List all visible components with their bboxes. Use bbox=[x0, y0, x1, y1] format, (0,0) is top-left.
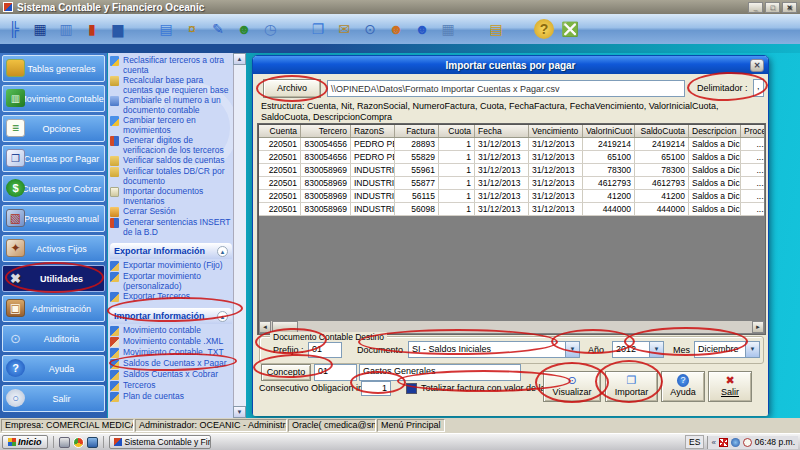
prefijo-field[interactable]: 01 bbox=[308, 342, 342, 358]
tables-icon[interactable]: ▦ bbox=[30, 19, 50, 39]
menu-item[interactable]: Saldos de Cuentas x Pagar bbox=[110, 359, 232, 369]
visualizar-button[interactable]: ⊙ Visualizar bbox=[543, 371, 601, 402]
importar-button[interactable]: ❐ Importar bbox=[605, 371, 658, 402]
close-button[interactable]: ✕ bbox=[782, 2, 797, 13]
taskbar-task-button[interactable]: Sistema Contable y Fina... bbox=[109, 435, 211, 449]
import-grid[interactable]: CuentaTerceroRazonSFacturaCuotaFechaVenc… bbox=[257, 123, 766, 335]
printer-icon[interactable] bbox=[59, 437, 70, 448]
user-green-icon[interactable]: ☻ bbox=[234, 19, 254, 39]
mail-icon[interactable]: ✉ bbox=[334, 19, 354, 39]
delimitador-field[interactable]: , bbox=[753, 79, 764, 97]
sidebar-item[interactable]: $ Cuentas por Cobrar bbox=[2, 175, 105, 202]
file-path-field[interactable]: \\OPINEDA\Datos\Formato Importar Cuentas… bbox=[327, 80, 685, 97]
language-indicator[interactable]: ES bbox=[685, 435, 704, 449]
grid-data-row[interactable]: 220501830054656PEDRO PER55829131/12/2013… bbox=[259, 151, 764, 164]
tree-icon[interactable]: ╠ bbox=[4, 19, 24, 39]
tray-clock-icon[interactable] bbox=[743, 438, 752, 447]
section-header-exportar[interactable]: Exportar Información ▲ bbox=[110, 243, 232, 259]
menu-item[interactable]: Saldos Cuentas x Cobrar bbox=[110, 370, 232, 380]
help-icon[interactable]: ? bbox=[534, 19, 554, 39]
menu-item[interactable]: Verificar saldos de cuentas bbox=[110, 156, 232, 166]
sidebar-item[interactable]: ? Ayuda bbox=[2, 355, 105, 382]
chevron-down-icon[interactable]: ▼ bbox=[649, 342, 663, 357]
scroll-up-icon[interactable]: ▲ bbox=[233, 53, 246, 65]
menu-item[interactable]: Recalcular base para cuentas que requier… bbox=[110, 76, 232, 95]
concepto-button[interactable]: Concepto bbox=[261, 364, 311, 381]
calendar-icon[interactable]: ▦ bbox=[438, 19, 458, 39]
menu-item[interactable]: Importar documentos Inventarios bbox=[110, 187, 232, 206]
sidebar-item[interactable]: ▥ Movimiento Contable bbox=[2, 85, 105, 112]
tray-network-icon[interactable] bbox=[731, 438, 740, 447]
user-orange-icon[interactable]: ☻ bbox=[386, 19, 406, 39]
menu-item[interactable]: Exportar Terceros bbox=[110, 292, 232, 302]
menu-item[interactable]: Plan de cuentas bbox=[110, 392, 232, 402]
maximize-button[interactable]: □ bbox=[765, 2, 780, 13]
menu-item[interactable]: Cambiar tercero en movimientos bbox=[110, 116, 232, 135]
archivo-button[interactable]: Archivo bbox=[263, 79, 321, 98]
dialog-close-button[interactable]: ✕ bbox=[750, 59, 764, 72]
menu-item[interactable]: Cambiarle el numero a un documento conta… bbox=[110, 96, 232, 115]
doc-clock-icon[interactable]: ◷ bbox=[260, 19, 280, 39]
copy-doc-icon[interactable]: ❐ bbox=[308, 19, 328, 39]
task-pane-scrollbar[interactable]: ▲ ▼ bbox=[233, 53, 246, 418]
totalizar-checkbox[interactable] bbox=[406, 383, 417, 394]
menu-item[interactable]: Reclasificar terceros a otra cuenta bbox=[110, 56, 232, 75]
notebook-icon[interactable]: ▤ bbox=[486, 19, 506, 39]
menu-item[interactable]: Verificar totales DB/CR por documento bbox=[110, 167, 232, 186]
ano-dropdown[interactable]: 2012 ▼ bbox=[612, 341, 664, 358]
ayuda-button[interactable]: ? Ayuda bbox=[661, 371, 705, 402]
doc-search-icon[interactable]: ⊙ bbox=[360, 19, 380, 39]
doc-arrow-icon[interactable]: ▤ bbox=[156, 19, 176, 39]
sidebar-item[interactable]: ✖ Utilidades bbox=[2, 265, 105, 292]
chevron-down-icon[interactable]: ▼ bbox=[745, 342, 759, 357]
sidebar-item[interactable]: ▣ Administración bbox=[2, 295, 105, 322]
exit-door-icon[interactable]: ❎ bbox=[560, 19, 580, 39]
scroll-right-icon[interactable]: ► bbox=[752, 321, 764, 333]
menu-item[interactable]: Exportar movimiento (personalizado) bbox=[110, 272, 232, 291]
grid-data-row[interactable]: 220501830058969INDUSTRIA56115131/12/2013… bbox=[259, 190, 764, 203]
menu-item[interactable]: Movimiento Contable .TXT bbox=[110, 348, 232, 358]
sidebar-item[interactable]: Tablas generales bbox=[2, 55, 105, 82]
menu-item[interactable]: Terceros bbox=[110, 381, 232, 391]
money-icon[interactable]: ¤ bbox=[182, 19, 202, 39]
grid-data-row[interactable]: 220501830058969INDUSTRIA55877131/12/2013… bbox=[259, 177, 764, 190]
menu-item[interactable]: Movimiento contable bbox=[110, 326, 232, 336]
sidebar-item[interactable]: ✦ Activos Fijos bbox=[2, 235, 105, 262]
tray-chevron-icon[interactable]: « bbox=[711, 438, 715, 447]
menu-item[interactable]: Exportar movimiento (Fijo) bbox=[110, 261, 232, 271]
grid-data-row[interactable]: 220501830054656PEDRO PER28893131/12/2013… bbox=[259, 138, 764, 151]
grid-data-row[interactable]: 220501830058969INDUSTRIA56098131/12/2013… bbox=[259, 203, 764, 216]
chevron-up-icon[interactable]: ▲ bbox=[217, 246, 228, 257]
tray-app-icon[interactable] bbox=[719, 438, 728, 447]
show-desktop-icon[interactable] bbox=[87, 437, 98, 448]
sidebar-item[interactable]: ⊙ Auditoria bbox=[2, 325, 105, 352]
concepto-code-field[interactable]: 01 bbox=[314, 364, 357, 381]
mes-dropdown[interactable]: Diciembre ▼ bbox=[694, 341, 760, 358]
concepto-desc-field[interactable]: Gastos Generales bbox=[359, 364, 521, 381]
chrome-icon[interactable] bbox=[73, 437, 84, 448]
chart-icon[interactable]: ▆ bbox=[108, 19, 128, 39]
scroll-down-icon[interactable]: ▼ bbox=[233, 406, 246, 418]
edit-doc-icon[interactable]: ✎ bbox=[208, 19, 228, 39]
sidebar-item[interactable]: ❐ Cuentas por Pagar bbox=[2, 145, 105, 172]
sidebar-item[interactable]: ○ Salir bbox=[2, 385, 105, 412]
consecutivo-field[interactable]: 1 bbox=[361, 381, 391, 396]
salir-button[interactable]: ✖ Salir bbox=[708, 371, 752, 402]
menu-item[interactable]: Generar digitos de verificacion de los t… bbox=[110, 136, 232, 155]
sidebar-item[interactable]: ≡ Opciones bbox=[2, 115, 105, 142]
grid-data-row[interactable]: 220501830058969INDUSTRIA55961131/12/2013… bbox=[259, 164, 764, 177]
start-button[interactable]: Inicio bbox=[2, 435, 48, 449]
menu-item[interactable]: Cerrar Sesión bbox=[110, 207, 232, 217]
chevron-down-icon[interactable]: ▼ bbox=[565, 342, 579, 357]
menu-item[interactable]: Movimiento contable .XML bbox=[110, 337, 232, 347]
export-icon bbox=[110, 272, 119, 282]
menu-item[interactable]: Generar sentencias INSERT de la B.D bbox=[110, 218, 232, 237]
section-header-importar[interactable]: Importar Información ▲ bbox=[110, 308, 232, 324]
sidebar-item[interactable]: ▧ Presupuesto anual bbox=[2, 205, 105, 232]
documento-dropdown[interactable]: SI - Saldos Iniciales ▼ bbox=[408, 341, 580, 358]
schedule-icon[interactable]: ▥ bbox=[56, 19, 76, 39]
chevron-up-icon[interactable]: ▲ bbox=[217, 311, 228, 322]
book-icon[interactable]: ▮ bbox=[82, 19, 102, 39]
user-blue-icon[interactable]: ☻ bbox=[412, 19, 432, 39]
minimize-button[interactable]: _ bbox=[748, 2, 763, 13]
